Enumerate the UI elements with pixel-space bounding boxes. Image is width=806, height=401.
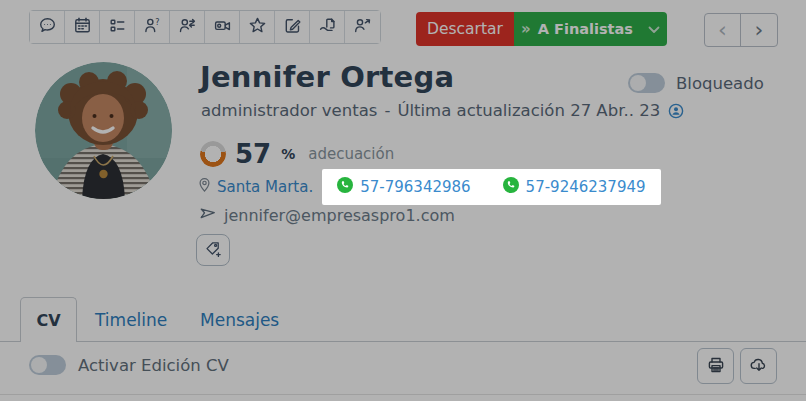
calendar-button[interactable] <box>65 11 100 43</box>
match-progress-ring <box>200 141 226 167</box>
candidate-question-button[interactable]: ? <box>135 11 170 43</box>
cv-edit-toggle[interactable] <box>29 355 66 375</box>
blocked-label: Bloqueado <box>676 74 764 93</box>
candidate-avatar <box>35 62 172 199</box>
whatsapp-icon <box>337 177 353 197</box>
video-icon <box>213 16 232 38</box>
contact-row: Santa Marta. 57-796342986 57-9246237949 <box>197 169 661 205</box>
checklist-button[interactable] <box>100 11 135 43</box>
cloud-download-icon <box>749 355 769 378</box>
match-value: 57 <box>235 139 271 169</box>
calendar-icon <box>73 16 92 38</box>
email-link[interactable]: jennifer@empresaspro1.com <box>199 205 455 225</box>
svg-text:?: ? <box>155 18 159 27</box>
cv-edit-row: Activar Edición CV <box>29 355 229 375</box>
candidate-actions-toolbar: ? <box>29 10 381 44</box>
tab-cv[interactable]: CV <box>20 297 77 342</box>
chevron-down-icon <box>648 22 660 37</box>
edit-note-button[interactable] <box>275 11 310 43</box>
previous-candidate-button[interactable]: ‹ <box>705 14 741 46</box>
finalists-label: A Finalistas <box>538 21 633 37</box>
candidate-subtitle: administrador ventas - Última actualizac… <box>201 101 684 120</box>
subtitle-separator: - <box>384 101 390 120</box>
whatsapp-phone-link[interactable]: 57-9246237949 <box>503 177 646 197</box>
tag-plus-icon <box>204 240 222 261</box>
send-icon <box>199 205 216 225</box>
candidate-question-icon: ? <box>143 16 162 38</box>
chat-icon <box>38 16 57 38</box>
download-cv-button[interactable] <box>740 348 777 384</box>
video-button[interactable] <box>205 11 240 43</box>
candidate-export-icon <box>353 16 372 38</box>
location-text: Santa Marta. <box>217 178 313 196</box>
phone-highlight-box: 57-796342986 57-9246237949 <box>322 169 660 205</box>
location-link[interactable]: Santa Marta. <box>197 177 313 197</box>
edit-icon <box>283 16 302 38</box>
document-hand-icon <box>318 16 337 38</box>
chat-button[interactable] <box>30 11 65 43</box>
phone-number: 57-9246237949 <box>526 178 646 196</box>
last-update-text: Última actualización 27 Abr.. 23 <box>397 101 660 120</box>
candidate-pager: ‹ › <box>704 13 778 47</box>
toggle-knob <box>630 75 646 91</box>
email-text: jennifer@empresaspro1.com <box>224 206 455 225</box>
bottom-divider <box>0 394 806 395</box>
whatsapp-icon <box>503 177 519 197</box>
user-circle-icon[interactable] <box>668 103 684 119</box>
next-candidate-button[interactable]: › <box>741 14 777 46</box>
candidate-share-icon <box>178 16 197 38</box>
blocked-toggle[interactable] <box>628 73 665 93</box>
candidate-share-button[interactable] <box>170 11 205 43</box>
forward-chevrons-icon: » <box>521 20 531 38</box>
match-label: adecuación <box>308 145 394 163</box>
to-finalists-button[interactable]: » A Finalistas <box>514 12 667 46</box>
print-cv-button[interactable] <box>697 348 734 384</box>
star-button[interactable] <box>240 11 275 43</box>
checklist-icon <box>108 16 127 38</box>
tab-mensajes[interactable]: Mensajes <box>200 297 279 342</box>
cv-edit-label: Activar Edición CV <box>78 356 229 375</box>
discard-button[interactable]: Descartar <box>416 12 514 46</box>
candidate-profile-page: ? Descartar » A Finalistas ‹ › <box>0 0 806 401</box>
candidate-name: Jennifer Ortega <box>200 60 454 94</box>
phone-number: 57-796342986 <box>360 178 470 196</box>
star-icon <box>248 16 267 38</box>
whatsapp-phone-link[interactable]: 57-796342986 <box>337 177 470 197</box>
match-unit: % <box>281 146 295 162</box>
add-tag-button[interactable] <box>196 234 230 266</box>
tab-timeline[interactable]: Timeline <box>95 297 167 342</box>
stage-action-group: Descartar » A Finalistas <box>416 12 667 46</box>
candidate-role: administrador ventas <box>201 101 377 120</box>
match-score-row: 57 % adecuación <box>200 139 394 169</box>
location-pin-icon <box>197 177 212 197</box>
candidate-export-button[interactable] <box>345 11 380 43</box>
printer-icon <box>706 355 726 378</box>
toggle-knob <box>31 357 47 373</box>
blocked-row: Bloqueado <box>628 73 764 93</box>
document-hand-button[interactable] <box>310 11 345 43</box>
